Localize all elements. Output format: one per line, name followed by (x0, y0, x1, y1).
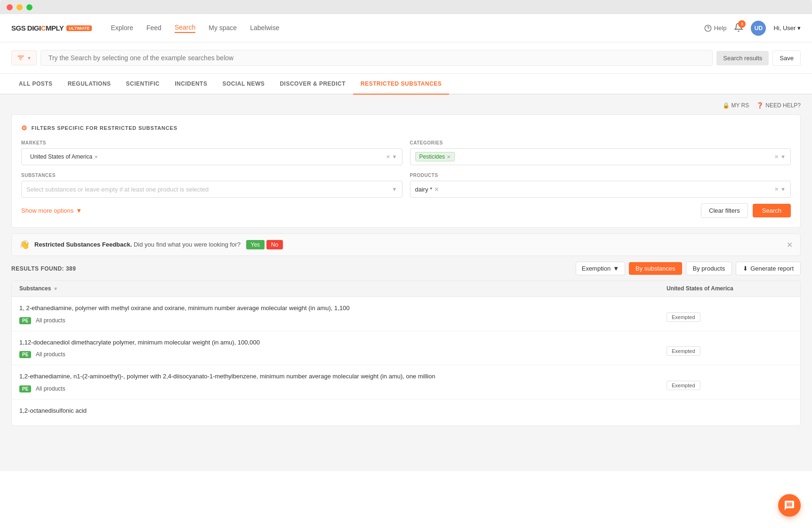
my-rs-link[interactable]: 🔒 MY RS (723, 102, 749, 109)
categories-tag-remove[interactable]: ✕ (447, 154, 450, 160)
categories-select-icons: ✕ ▼ (774, 154, 786, 160)
logo-badge: ULTIMATE (66, 25, 92, 31)
products-label: PRODUCTS (410, 173, 791, 178)
search-bar-area: ▼ Search results Save (0, 42, 812, 74)
nav-link-feed[interactable]: Feed (146, 24, 161, 32)
tab-bar: ALL POSTS REGULATIONS SCIENTIFIC INCIDEN… (0, 74, 812, 95)
results-table: Substances ▼ United States of America 1,… (11, 280, 801, 426)
substance-name-4: 1,2-octanedisulfonic acid (19, 406, 651, 416)
logo-text: SGS DIGICMPLY (11, 24, 64, 32)
chat-icon (784, 500, 795, 511)
svg-rect-3 (19, 57, 23, 58)
chat-bubble[interactable] (778, 494, 801, 517)
help-label: Help (714, 24, 727, 32)
chevron-markets-icon[interactable]: ▼ (392, 154, 397, 160)
show-more-options[interactable]: Show more options ▼ (21, 207, 82, 214)
all-products-1: All products (36, 317, 65, 324)
feedback-no-button[interactable]: No (266, 240, 283, 249)
window-chrome (0, 0, 812, 14)
cell-substance-2: 1,12-dodecanediol dimethacrylate polymer… (12, 331, 659, 365)
products-tag-remove[interactable]: ✕ (434, 186, 439, 193)
markets-tag-remove[interactable]: ✕ (94, 154, 98, 160)
svg-rect-2 (17, 56, 24, 57)
cell-substance-4: 1,2-octanedisulfonic acid (12, 400, 659, 426)
exemption-button[interactable]: Exemption ▼ (576, 262, 625, 275)
substance-name-1: 1, 2-ethanediamine, polymer with methyl … (19, 304, 651, 313)
substances-select[interactable]: Select substances or leave empty if at l… (21, 181, 402, 198)
tab-all-posts[interactable]: ALL POSTS (11, 74, 60, 95)
tab-discover-predict[interactable]: DISCOVER & PREDICT (272, 74, 353, 95)
col-country: United States of America (659, 280, 800, 296)
cell-substance-1: 1, 2-ethanediamine, polymer with methyl … (12, 297, 659, 331)
substance-meta-3: PE All products (19, 385, 651, 392)
results-header: RESULTS FOUND: 389 Exemption ▼ By substa… (11, 262, 801, 275)
substances-filter-group: SUBSTANCES Select substances or leave em… (21, 173, 402, 198)
feedback-yes-button[interactable]: Yes (246, 240, 265, 249)
chevron-down-icon: ▼ (27, 56, 32, 61)
nav-link-search[interactable]: Search (175, 24, 195, 33)
tab-incidents[interactable]: INCIDENTS (167, 74, 215, 95)
chevron-products-icon[interactable]: ▼ (780, 186, 786, 192)
user-greeting[interactable]: Hi, User ▾ (773, 24, 801, 32)
tab-scientific[interactable]: SCIENTIFIC (119, 74, 168, 95)
clear-markets-icon[interactable]: ✕ (386, 154, 390, 160)
nav-link-myspace[interactable]: My space (209, 24, 237, 32)
help-button[interactable]: Help (704, 24, 727, 32)
search-filter-button[interactable]: Search (753, 204, 791, 217)
nav-link-labelwise[interactable]: Labelwise (250, 24, 279, 32)
col-substances: Substances ▼ (12, 280, 659, 296)
close-button[interactable] (7, 4, 13, 10)
products-select[interactable]: dairy * ✕ ✕ ▼ (410, 181, 791, 198)
need-help-link[interactable]: ❓ NEED HELP? (756, 102, 801, 109)
filters-title-text: FILTERS SPECIFIC FOR RESTRICTED SUBSTANC… (32, 125, 177, 131)
sort-icon[interactable]: ▼ (53, 286, 58, 291)
nav-links: Explore Feed Search My space Labelwise (111, 24, 704, 33)
minimize-button[interactable] (16, 4, 23, 10)
content-area: 🔒 MY RS ❓ NEED HELP? ⚙ FILTERS SPECIFIC … (0, 95, 812, 471)
by-substances-button[interactable]: By substances (629, 262, 682, 275)
notifications-bell[interactable]: 8 (734, 23, 743, 33)
categories-filter-group: CATEGORIES Pesticides ✕ ✕ ▼ (410, 140, 791, 165)
feedback-body: Did you find what you were looking for? (134, 241, 241, 248)
filter-icon (16, 54, 25, 62)
lock-icon: 🔒 (723, 102, 730, 109)
all-products-3: All products (36, 385, 65, 392)
table-row: 1,2-octanedisulfonic acid (12, 400, 800, 426)
markets-select[interactable]: United States of America ✕ ✕ ▼ (21, 148, 402, 165)
svg-rect-4 (20, 59, 22, 60)
substances-label: SUBSTANCES (21, 173, 402, 178)
feedback-icon: 👋 (19, 240, 30, 250)
chevron-categories-icon[interactable]: ▼ (780, 154, 786, 160)
tab-social-news[interactable]: SOCIAL NEWS (215, 74, 272, 95)
markets-tag-usa: United States of America ✕ (26, 152, 102, 161)
chevron-show-more-icon: ▼ (76, 207, 82, 214)
table-row: 1,12-dodecanediol dimethacrylate polymer… (12, 331, 800, 366)
by-products-button[interactable]: By products (686, 262, 732, 275)
search-icon-button[interactable]: ▼ (11, 50, 37, 65)
clear-categories-icon[interactable]: ✕ (774, 154, 779, 160)
filters-title: ⚙ FILTERS SPECIFIC FOR RESTRICTED SUBSTA… (21, 124, 791, 132)
pe-badge-3: PE (19, 385, 31, 392)
close-banner-button[interactable]: ✕ (787, 240, 793, 249)
table-header: Substances ▼ United States of America (12, 280, 800, 297)
maximize-button[interactable] (26, 4, 32, 10)
tab-regulations[interactable]: REGULATIONS (60, 74, 119, 95)
exempted-badge-2: Exempted (667, 346, 700, 356)
generate-report-button[interactable]: ⬇ Generate report (736, 262, 801, 275)
markets-select-content: United States of America ✕ (26, 152, 386, 161)
categories-tag-pesticides: Pesticides ✕ (415, 152, 455, 161)
clear-products-icon[interactable]: ✕ (774, 186, 779, 192)
download-icon: ⬇ (743, 265, 748, 272)
nav-link-explore[interactable]: Explore (111, 24, 133, 32)
categories-select-content: Pesticides ✕ (415, 152, 775, 161)
filters-grid: MARKETS United States of America ✕ ✕ ▼ (21, 140, 791, 198)
save-button[interactable]: Save (772, 50, 801, 66)
clear-filters-button[interactable]: Clear filters (701, 203, 748, 218)
chevron-substances-icon[interactable]: ▼ (392, 186, 397, 192)
results-count: RESULTS FOUND: 389 (11, 265, 76, 272)
question-icon: ❓ (756, 102, 764, 109)
search-results-button[interactable]: Search results (716, 51, 769, 65)
main-search-input[interactable] (40, 50, 713, 66)
tab-restricted-substances[interactable]: RESTRICTED SUBSTANCES (353, 74, 449, 95)
categories-select[interactable]: Pesticides ✕ ✕ ▼ (410, 148, 791, 165)
